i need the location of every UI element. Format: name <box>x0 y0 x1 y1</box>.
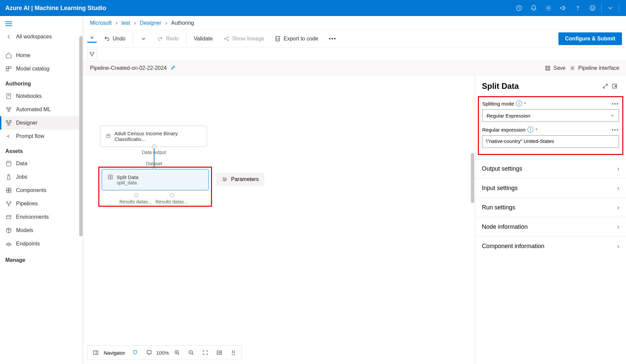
node-output-port[interactable] <box>152 145 156 149</box>
bell-icon[interactable] <box>526 0 541 16</box>
breadcrumb-link-root[interactable]: Microsoft <box>90 20 112 26</box>
sidebar-automated-ml[interactable]: Automated ML <box>0 103 83 116</box>
more-icon[interactable]: ••• <box>612 127 619 133</box>
sidebar-home[interactable]: Home <box>0 49 83 62</box>
chevron-down-icon[interactable] <box>603 0 618 16</box>
parameters-button[interactable]: Parameters <box>216 173 264 186</box>
svg-rect-14 <box>10 121 11 122</box>
sidebar-designer[interactable]: Designer <box>0 116 83 130</box>
breadcrumb-link-designer[interactable]: Designer <box>140 20 161 26</box>
navigator-toggle[interactable] <box>90 347 102 359</box>
sidebar-model-catalog[interactable]: Model catalog <box>0 62 83 75</box>
megaphone-icon[interactable] <box>556 0 570 16</box>
sidebar-prompt-flow[interactable]: Prompt flow <box>0 130 83 143</box>
sidebar-label: Designer <box>16 120 37 126</box>
sidebar-heading-manage: Manage <box>0 250 83 266</box>
chevron-right-icon: › <box>617 223 619 230</box>
pan-icon[interactable] <box>129 347 141 359</box>
accordion-run-settings[interactable]: Run settings› <box>475 198 626 217</box>
sidebar-label: Models <box>16 227 33 233</box>
edit-icon[interactable] <box>171 65 176 71</box>
button-label: Save <box>553 65 565 71</box>
undo-button[interactable]: Undo <box>101 34 129 44</box>
header-divider <box>601 4 602 12</box>
pipeline-interface-button[interactable]: Pipeline interface <box>569 65 619 71</box>
chevron-right-icon: › <box>116 20 117 26</box>
actual-size-icon[interactable] <box>213 347 225 359</box>
auto-layout-icon[interactable] <box>227 347 239 359</box>
sidebar-label: Data <box>16 161 27 167</box>
sidebar-models[interactable]: Models <box>0 224 83 237</box>
svg-rect-41 <box>147 351 151 354</box>
svg-rect-30 <box>90 52 91 53</box>
info-icon[interactable]: i <box>516 101 522 107</box>
button-label: Parameters <box>231 176 259 182</box>
svg-point-1 <box>548 7 549 9</box>
breadcrumb-link-workspace[interactable]: test <box>121 20 130 26</box>
show-lineage-button[interactable]: Show lineage <box>220 34 268 44</box>
zoom-out-icon[interactable] <box>185 347 197 359</box>
zoom-in-icon[interactable] <box>171 347 183 359</box>
sidebar-label: Notebooks <box>16 93 42 99</box>
left-sidebar: All workspaces Home Model catalog Author… <box>0 16 83 364</box>
zoom-level[interactable]: 100% <box>157 347 169 359</box>
svg-point-16 <box>6 161 11 163</box>
smiley-icon[interactable] <box>585 0 600 16</box>
validate-button[interactable]: Validate <box>191 34 216 44</box>
sidebar-scrollbar[interactable] <box>79 36 83 236</box>
configure-submit-button[interactable]: Configure & Submit <box>558 32 622 45</box>
svg-rect-18 <box>9 188 11 190</box>
node-title: Adult Census Income Binary Classificatio… <box>114 131 201 142</box>
sidebar-environments[interactable]: Environments <box>0 210 83 224</box>
svg-point-37 <box>223 178 224 179</box>
node-output-port-2[interactable] <box>170 193 174 197</box>
regex-input[interactable] <box>482 135 619 148</box>
node-subtitle: split_data <box>117 180 203 185</box>
expand-toggle[interactable]: » <box>87 34 97 43</box>
sidebar-jobs[interactable]: Jobs <box>0 170 83 184</box>
accordion-component-info[interactable]: Component information› <box>475 236 626 256</box>
popout-icon[interactable] <box>610 81 619 91</box>
node-split-data[interactable]: Split Data split_data <box>102 169 209 190</box>
sidebar-pipelines[interactable]: Pipelines <box>0 197 83 210</box>
tree-view-icon[interactable] <box>87 49 97 59</box>
gear-icon[interactable] <box>541 0 556 16</box>
svg-point-22 <box>10 201 11 202</box>
clock-icon[interactable] <box>512 0 526 16</box>
sidebar-label: All workspaces <box>16 34 52 40</box>
svg-point-38 <box>225 179 226 180</box>
node-output-port-1[interactable] <box>134 193 138 197</box>
select-icon[interactable] <box>143 347 155 359</box>
header-divider-2 <box>619 4 619 12</box>
sidebar-label: Prompt flow <box>16 133 44 139</box>
more-button[interactable]: ••• <box>325 34 340 44</box>
canvas-scrollbar[interactable] <box>471 153 474 203</box>
info-icon[interactable]: i <box>527 127 533 133</box>
fit-screen-icon[interactable] <box>199 347 211 359</box>
expand-icon[interactable] <box>601 81 610 91</box>
designer-canvas[interactable]: Adult Census Income Binary Classificatio… <box>83 75 475 364</box>
svg-point-2 <box>578 9 578 10</box>
sidebar-components[interactable]: Components <box>0 184 83 197</box>
highlighted-section: Splitting mode i * ••• Regular Expressio… <box>478 96 623 155</box>
more-icon[interactable]: ••• <box>612 101 619 107</box>
hamburger-icon[interactable] <box>0 19 83 30</box>
sidebar-data[interactable]: Data <box>0 157 83 170</box>
sidebar-notebooks[interactable]: Notebooks <box>0 89 83 103</box>
save-button[interactable]: Save <box>545 65 565 71</box>
accordion-output-settings[interactable]: Output settings› <box>475 159 626 178</box>
sidebar-all-workspaces[interactable]: All workspaces <box>0 30 83 43</box>
redo-button[interactable]: Redo <box>154 34 182 44</box>
svg-rect-7 <box>9 66 11 68</box>
help-icon[interactable] <box>570 0 585 16</box>
undo-dropdown[interactable] <box>137 34 150 44</box>
export-code-button[interactable]: Export to code <box>272 34 321 44</box>
accordion-node-info[interactable]: Node information› <box>475 217 626 236</box>
main-area: Microsoft › test › Designer › Authoring … <box>83 16 626 364</box>
sidebar-label: Model catalog <box>16 66 49 72</box>
accordion-input-settings[interactable]: Input settings› <box>475 178 626 198</box>
accordion-label: Output settings <box>482 165 522 172</box>
node-adult-census[interactable]: Adult Census Income Binary Classificatio… <box>100 126 207 147</box>
sidebar-endpoints[interactable]: Endpoints <box>0 237 83 250</box>
splitting-mode-select[interactable]: Regular Expression <box>482 109 619 122</box>
